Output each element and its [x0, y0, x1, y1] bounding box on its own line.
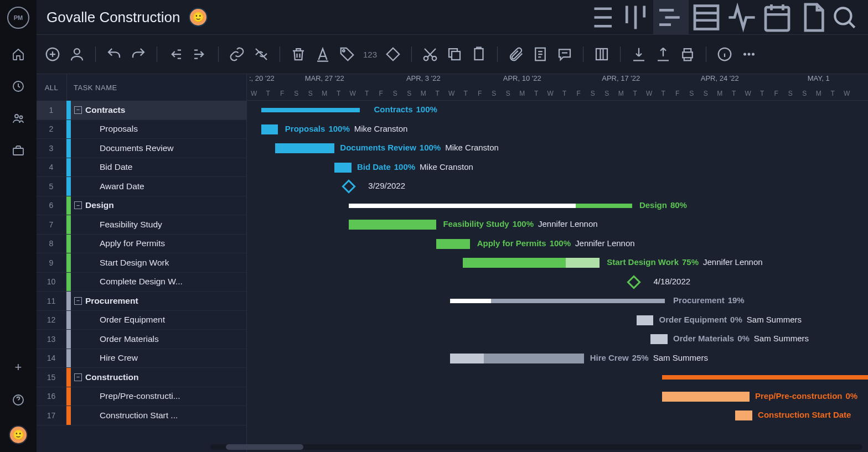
- task-row[interactable]: 5Award Date: [37, 177, 246, 196]
- task-row[interactable]: 6−Design: [37, 196, 246, 216]
- gantt-bar-label: Prep/Pre-construction0%: [755, 391, 857, 401]
- gantt-bar[interactable]: [450, 354, 584, 363]
- gantt-bar[interactable]: [275, 143, 334, 153]
- gantt-bar[interactable]: [261, 124, 278, 134]
- font-icon[interactable]: [314, 46, 331, 63]
- collapse-icon[interactable]: −: [74, 373, 82, 381]
- gantt-bar[interactable]: [650, 334, 668, 344]
- tag-icon[interactable]: [339, 46, 355, 63]
- task-row[interactable]: 11−Procurement: [37, 292, 246, 311]
- task-row[interactable]: 9Start Design Work: [37, 253, 246, 273]
- gantt-bar[interactable]: [637, 315, 654, 325]
- view-activity-icon[interactable]: [724, 0, 760, 35]
- task-row[interactable]: 14Hire Crew: [37, 349, 246, 368]
- add-icon[interactable]: +: [15, 360, 22, 375]
- milestone-icon[interactable]: [385, 46, 401, 63]
- undo-icon[interactable]: [106, 46, 122, 63]
- task-name-label: Complete Design W...: [100, 277, 183, 287]
- timeline-week-label: APR, 17 '22: [572, 74, 671, 86]
- clock-icon[interactable]: [12, 80, 25, 93]
- view-calendar-icon[interactable]: [760, 0, 795, 35]
- column-header-all[interactable]: ALL: [37, 84, 66, 92]
- task-color-bar: [66, 273, 71, 292]
- gantt-bar[interactable]: [261, 108, 360, 112]
- gantt-bar[interactable]: [349, 220, 436, 230]
- more-icon[interactable]: [741, 46, 757, 63]
- task-color-bar: [66, 368, 71, 387]
- gantt-bar[interactable]: [349, 204, 633, 208]
- gantt-bar[interactable]: [334, 163, 352, 173]
- task-row[interactable]: 16Prep/Pre-constructi...: [37, 387, 246, 407]
- task-color-bar: [66, 330, 71, 349]
- task-row[interactable]: 12Order Equipment: [37, 311, 246, 330]
- home-icon[interactable]: [12, 48, 25, 61]
- copy-icon[interactable]: [446, 46, 463, 63]
- add-task-icon[interactable]: [44, 46, 61, 63]
- task-row[interactable]: 8Apply for Permits: [37, 235, 246, 254]
- task-color-bar: [66, 253, 71, 272]
- cut-icon[interactable]: [422, 46, 438, 63]
- task-row[interactable]: 4Bid Date: [37, 158, 246, 178]
- project-owner-avatar[interactable]: 🙂: [189, 8, 208, 27]
- info-icon[interactable]: [716, 46, 733, 63]
- collapse-icon[interactable]: −: [74, 106, 82, 114]
- unlink-icon[interactable]: [253, 46, 270, 63]
- task-row[interactable]: 17Construction Start ...: [37, 406, 246, 425]
- task-row[interactable]: 15−Construction: [37, 368, 246, 387]
- user-avatar[interactable]: 🙂: [9, 425, 28, 444]
- notes-icon[interactable]: [532, 46, 549, 63]
- redo-icon[interactable]: [130, 46, 147, 63]
- attachment-icon[interactable]: [508, 46, 524, 63]
- gantt-bar[interactable]: [463, 258, 600, 268]
- task-row[interactable]: 1−Contracts: [37, 101, 246, 120]
- gantt-bar-label: Documents Review100%Mike Cranston: [340, 143, 499, 152]
- task-number: 11: [37, 292, 66, 310]
- gantt-bar[interactable]: [735, 411, 752, 420]
- column-header-taskname[interactable]: TASK NAME: [67, 84, 117, 92]
- gantt-bar-label: Hire Crew25%Sam Summers: [590, 353, 708, 362]
- task-row[interactable]: 10Complete Design W...: [37, 273, 246, 292]
- help-icon[interactable]: [12, 393, 25, 407]
- task-name-label: Order Equipment: [100, 315, 165, 325]
- task-name-label: Bid Date: [100, 162, 132, 172]
- import-icon[interactable]: [631, 46, 647, 63]
- task-row[interactable]: 7Feasibility Study: [37, 215, 246, 235]
- indent-icon[interactable]: [192, 46, 208, 63]
- gantt-bar[interactable]: [662, 375, 868, 380]
- task-color-bar: [66, 387, 71, 406]
- paste-icon[interactable]: [471, 46, 487, 63]
- view-file-icon[interactable]: [795, 0, 830, 35]
- timeline-day-label: M: [515, 86, 530, 101]
- view-gantt-icon[interactable]: [653, 0, 689, 35]
- task-row[interactable]: 3Documents Review: [37, 139, 246, 158]
- gantt-bar[interactable]: [662, 392, 750, 402]
- gantt-bar[interactable]: [450, 299, 665, 303]
- app-logo[interactable]: PM: [7, 7, 29, 29]
- comment-icon[interactable]: [556, 46, 573, 63]
- horizontal-scrollbar[interactable]: [210, 444, 862, 450]
- collapse-icon[interactable]: −: [74, 201, 82, 209]
- delete-icon[interactable]: [290, 46, 307, 63]
- briefcase-icon[interactable]: [12, 144, 25, 157]
- svg-point-9: [74, 49, 80, 54]
- svg-rect-6: [766, 7, 789, 30]
- search-icon[interactable]: [830, 3, 858, 31]
- print-icon[interactable]: [679, 46, 696, 63]
- task-row[interactable]: 13Order Materials: [37, 330, 246, 349]
- gantt-chart[interactable]: :, 20 '22MAR, 27 '22APR, 3 '22APR, 10 '2…: [247, 74, 868, 452]
- team-icon[interactable]: [12, 112, 25, 125]
- milestone-diamond[interactable]: [342, 179, 355, 193]
- milestone-diamond[interactable]: [627, 275, 640, 289]
- export-icon[interactable]: [655, 46, 671, 63]
- view-list-icon[interactable]: [582, 0, 618, 35]
- view-sheet-icon[interactable]: [689, 0, 724, 35]
- columns-icon[interactable]: [593, 46, 610, 63]
- view-board-icon[interactable]: [618, 0, 653, 35]
- collapse-icon[interactable]: −: [74, 297, 82, 305]
- task-name-label: Start Design Work: [100, 258, 169, 268]
- link-icon[interactable]: [229, 46, 245, 63]
- task-row[interactable]: 2Proposals: [37, 120, 246, 139]
- outdent-icon[interactable]: [167, 46, 184, 63]
- gantt-bar[interactable]: [436, 239, 470, 249]
- assign-icon[interactable]: [69, 46, 85, 63]
